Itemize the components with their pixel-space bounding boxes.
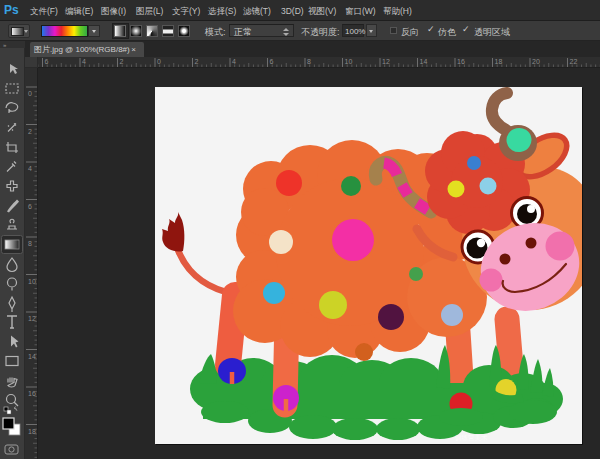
svg-text:8: 8 <box>307 58 311 65</box>
svg-text:12: 12 <box>382 58 390 65</box>
svg-text:18: 18 <box>495 58 503 65</box>
svg-text:4: 4 <box>232 58 236 65</box>
svg-text:训练营美术: 训练营美术 <box>455 434 488 442</box>
svg-text:2: 2 <box>195 58 199 65</box>
svg-text:0: 0 <box>157 58 161 65</box>
svg-text:2: 2 <box>120 58 124 65</box>
svg-text:2: 2 <box>28 128 32 135</box>
svg-text:10: 10 <box>345 58 353 65</box>
svg-text:6: 6 <box>270 58 274 65</box>
svg-text:0: 0 <box>28 90 32 97</box>
svg-text:10: 10 <box>28 278 36 285</box>
svg-text:22: 22 <box>570 58 578 65</box>
svg-text:16: 16 <box>457 58 465 65</box>
svg-text:16: 16 <box>28 390 36 397</box>
svg-text:12: 12 <box>28 315 36 322</box>
svg-text:14: 14 <box>28 353 36 360</box>
svg-text:20: 20 <box>532 58 540 65</box>
svg-text:8: 8 <box>28 240 32 247</box>
svg-text:14: 14 <box>420 58 428 65</box>
svg-text:4: 4 <box>28 165 32 172</box>
svg-text:4: 4 <box>82 58 86 65</box>
svg-text:6: 6 <box>45 58 49 65</box>
svg-text:18: 18 <box>28 428 36 435</box>
svg-text:6: 6 <box>28 203 32 210</box>
